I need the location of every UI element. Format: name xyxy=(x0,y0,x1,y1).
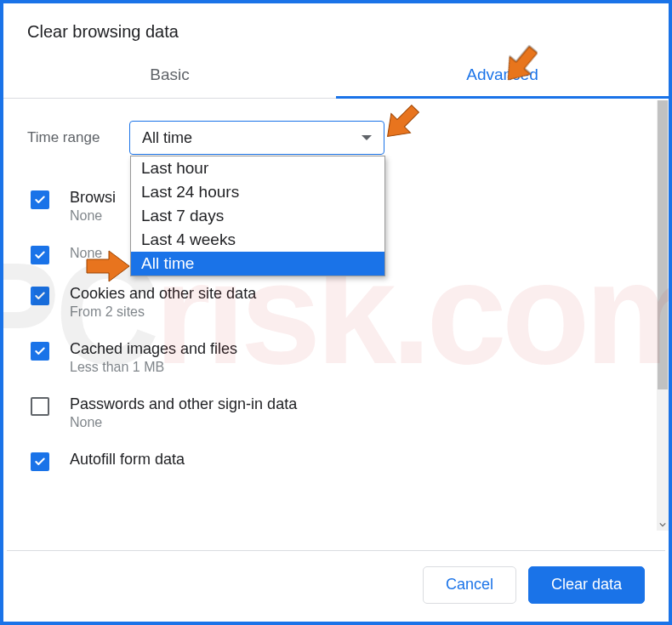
item-text: Cookies and other site data From 2 sites xyxy=(70,285,256,320)
checkbox-autofill[interactable] xyxy=(31,452,49,471)
item-title: Browsi xyxy=(70,189,116,207)
check-icon xyxy=(34,456,46,468)
check-icon xyxy=(34,249,46,261)
option-last-4-weeks[interactable]: Last 4 weeks xyxy=(131,228,384,252)
scrollbar[interactable] xyxy=(657,100,669,531)
time-range-dropdown: Last hour Last 24 hours Last 7 days Last… xyxy=(130,156,385,276)
dialog-title: Clear browsing data xyxy=(3,3,669,54)
item-title: Autofill form data xyxy=(70,451,185,469)
list-item: Autofill form data xyxy=(27,440,648,471)
time-range-row: Time range All time Last hour Last 24 ho… xyxy=(27,121,648,155)
item-title: Passwords and other sign-in data xyxy=(70,395,297,413)
tab-bar: Basic Advanced xyxy=(3,54,669,99)
content-area: Time range All time Last hour Last 24 ho… xyxy=(3,99,669,532)
item-text: Cached images and files Less than 1 MB xyxy=(70,340,237,375)
list-item: Passwords and other sign-in data None xyxy=(27,385,648,440)
item-subtitle: None xyxy=(70,208,116,224)
list-item: Cached images and files Less than 1 MB xyxy=(27,330,648,385)
option-last-7-days[interactable]: Last 7 days xyxy=(131,204,384,228)
item-title: Cookies and other site data xyxy=(70,285,256,303)
item-text: None xyxy=(70,244,102,261)
scrollbar-thumb[interactable] xyxy=(658,100,668,389)
clear-data-button[interactable]: Clear data xyxy=(528,566,645,604)
time-range-value: All time xyxy=(142,129,362,147)
chevron-down-icon xyxy=(362,135,372,140)
item-title: Cached images and files xyxy=(70,340,237,358)
item-text: Autofill form data xyxy=(70,451,185,470)
tab-advanced[interactable]: Advanced xyxy=(336,54,669,98)
time-range-select[interactable]: All time Last hour Last 24 hours Last 7 … xyxy=(129,121,384,155)
list-item: Cookies and other site data From 2 sites xyxy=(27,275,648,330)
check-icon xyxy=(34,194,46,206)
option-last-24-hours[interactable]: Last 24 hours xyxy=(131,180,384,204)
item-text: Passwords and other sign-in data None xyxy=(70,395,297,430)
tab-basic[interactable]: Basic xyxy=(3,54,336,98)
option-all-time[interactable]: All time xyxy=(131,252,384,276)
checkbox-browsing-history[interactable] xyxy=(31,190,49,209)
checkbox-download-history[interactable] xyxy=(31,246,49,264)
dialog-frame: PCrisk.com Clear browsing data Basic Adv… xyxy=(0,0,672,625)
check-icon xyxy=(34,290,46,302)
item-text: Browsi None xyxy=(70,189,116,224)
cancel-button[interactable]: Cancel xyxy=(423,566,516,604)
time-range-label: Time range xyxy=(27,129,129,146)
checkbox-cache[interactable] xyxy=(31,342,49,361)
checkbox-cookies[interactable] xyxy=(31,287,49,305)
item-subtitle: Less than 1 MB xyxy=(70,360,237,375)
option-last-hour[interactable]: Last hour xyxy=(131,156,384,180)
item-subtitle: From 2 sites xyxy=(70,304,256,320)
dialog-footer: Cancel Clear data xyxy=(7,550,665,618)
scrollbar-down-icon[interactable] xyxy=(657,519,669,531)
item-subtitle: None xyxy=(70,415,297,430)
check-icon xyxy=(34,345,46,357)
item-subtitle: None xyxy=(70,246,102,261)
scroll-area: Time range All time Last hour Last 24 ho… xyxy=(3,99,657,532)
checkbox-passwords[interactable] xyxy=(31,397,49,416)
